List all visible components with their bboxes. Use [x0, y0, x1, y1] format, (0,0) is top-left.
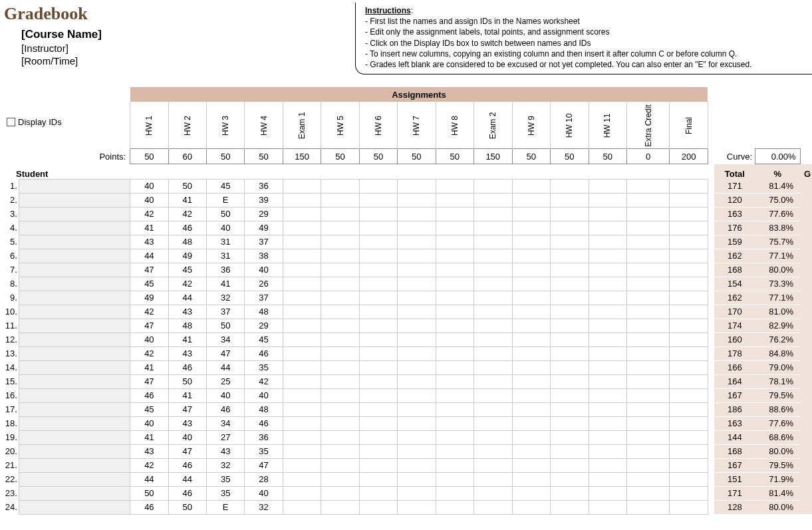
score-cell[interactable]: 47	[168, 402, 206, 416]
score-cell[interactable]	[474, 486, 512, 500]
score-cell[interactable]	[398, 207, 436, 221]
score-cell[interactable]	[359, 249, 397, 263]
score-cell[interactable]: 48	[245, 305, 283, 319]
score-cell[interactable]: 43	[168, 416, 206, 430]
score-cell[interactable]	[283, 430, 321, 444]
score-cell[interactable]	[589, 291, 627, 305]
score-cell[interactable]	[398, 374, 436, 388]
score-cell[interactable]	[589, 193, 627, 207]
score-cell[interactable]: 46	[206, 402, 244, 416]
score-cell[interactable]	[512, 291, 550, 305]
assignment-name[interactable]: Extra Credit	[627, 102, 670, 149]
student-name-cell[interactable]	[19, 319, 130, 332]
assignment-name[interactable]: HW 1	[130, 102, 168, 149]
score-cell[interactable]: 48	[168, 319, 206, 332]
score-cell[interactable]	[283, 249, 321, 263]
score-cell[interactable]	[359, 235, 397, 249]
score-cell[interactable]	[398, 430, 436, 444]
score-cell[interactable]	[512, 430, 550, 444]
score-cell[interactable]	[670, 179, 708, 193]
assignment-name[interactable]: HW 4	[245, 102, 283, 149]
score-cell[interactable]: 32	[206, 458, 244, 472]
score-cell[interactable]: 50	[206, 207, 244, 221]
score-cell[interactable]	[359, 360, 397, 374]
student-name-cell[interactable]	[19, 430, 130, 444]
score-cell[interactable]: 46	[130, 388, 168, 402]
score-cell[interactable]	[550, 486, 589, 500]
score-cell[interactable]: 25	[206, 374, 244, 388]
score-cell[interactable]	[436, 249, 474, 263]
assignment-name[interactable]: HW 5	[321, 102, 359, 149]
score-cell[interactable]	[589, 346, 627, 360]
student-name-cell[interactable]	[19, 249, 130, 263]
assignment-name[interactable]: Exam 2	[474, 102, 512, 149]
score-cell[interactable]	[550, 458, 589, 472]
score-cell[interactable]: 45	[130, 277, 168, 291]
score-cell[interactable]	[321, 291, 359, 305]
score-cell[interactable]	[550, 430, 589, 444]
score-cell[interactable]	[589, 430, 627, 444]
score-cell[interactable]: 45	[168, 263, 206, 277]
score-cell[interactable]	[474, 500, 512, 514]
score-cell[interactable]	[359, 458, 397, 472]
score-cell[interactable]: 44	[168, 472, 206, 486]
score-cell[interactable]	[512, 500, 550, 514]
score-cell[interactable]	[398, 235, 436, 249]
score-cell[interactable]: 46	[168, 360, 206, 374]
student-name-cell[interactable]	[19, 207, 130, 221]
score-cell[interactable]	[627, 472, 670, 486]
score-cell[interactable]	[512, 472, 550, 486]
score-cell[interactable]	[359, 486, 397, 500]
score-cell[interactable]	[398, 193, 436, 207]
score-cell[interactable]	[627, 249, 670, 263]
score-cell[interactable]: 28	[245, 472, 283, 486]
assignment-name[interactable]: HW 10	[550, 102, 589, 149]
points-cell[interactable]: 50	[436, 149, 474, 164]
score-cell[interactable]	[398, 263, 436, 277]
score-cell[interactable]	[474, 374, 512, 388]
score-cell[interactable]	[436, 402, 474, 416]
score-cell[interactable]	[589, 305, 627, 319]
score-cell[interactable]	[474, 221, 512, 235]
score-cell[interactable]	[398, 249, 436, 263]
score-cell[interactable]: 32	[206, 291, 244, 305]
score-cell[interactable]	[550, 305, 589, 319]
score-cell[interactable]	[283, 263, 321, 277]
score-cell[interactable]	[359, 416, 397, 430]
score-cell[interactable]: 40	[245, 263, 283, 277]
score-cell[interactable]	[321, 458, 359, 472]
score-cell[interactable]: 42	[245, 374, 283, 388]
score-cell[interactable]	[589, 277, 627, 291]
score-cell[interactable]	[283, 235, 321, 249]
score-cell[interactable]	[436, 319, 474, 332]
score-cell[interactable]	[321, 402, 359, 416]
score-cell[interactable]	[589, 319, 627, 332]
score-cell[interactable]	[589, 332, 627, 346]
score-cell[interactable]	[398, 179, 436, 193]
score-cell[interactable]: 43	[168, 305, 206, 319]
score-cell[interactable]	[512, 444, 550, 458]
score-cell[interactable]	[359, 388, 397, 402]
score-cell[interactable]	[670, 221, 708, 235]
score-cell[interactable]: 40	[168, 430, 206, 444]
score-cell[interactable]	[627, 388, 670, 402]
score-cell[interactable]	[512, 458, 550, 472]
score-cell[interactable]: 36	[245, 430, 283, 444]
score-cell[interactable]: 44	[130, 249, 168, 263]
score-cell[interactable]	[512, 277, 550, 291]
score-cell[interactable]	[512, 360, 550, 374]
score-cell[interactable]	[436, 388, 474, 402]
score-cell[interactable]: 46	[130, 500, 168, 514]
score-cell[interactable]: 31	[206, 249, 244, 263]
score-cell[interactable]	[512, 207, 550, 221]
curve-value[interactable]: 0.00%	[755, 149, 801, 164]
course-name[interactable]: [Course Name]	[21, 28, 355, 41]
score-cell[interactable]: 46	[168, 458, 206, 472]
score-cell[interactable]: 40	[130, 332, 168, 346]
score-cell[interactable]	[474, 444, 512, 458]
score-cell[interactable]: 36	[245, 179, 283, 193]
score-cell[interactable]	[589, 388, 627, 402]
score-cell[interactable]	[670, 444, 708, 458]
score-cell[interactable]	[670, 305, 708, 319]
score-cell[interactable]	[550, 472, 589, 486]
